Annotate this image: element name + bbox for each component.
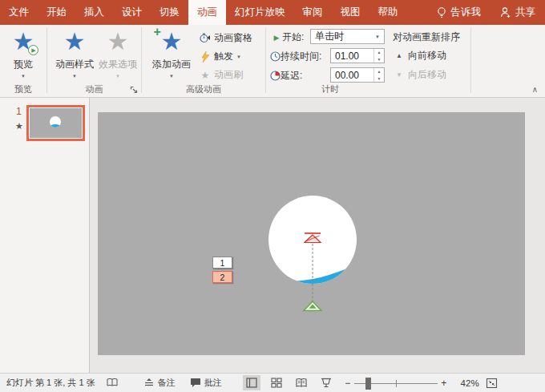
zoom-in-button[interactable]: + [439, 378, 449, 389]
effect-options-label: 效果选项 [99, 58, 137, 71]
animation-order-badge-1[interactable]: 1 [212, 257, 232, 269]
tell-me-button[interactable]: 告诉我 [426, 0, 491, 25]
delay-down-icon[interactable]: ▼ [374, 75, 384, 83]
tab-help[interactable]: 帮助 [369, 0, 407, 25]
group-preview: ★ ▶ 预览 ▼ 预览 [0, 25, 46, 97]
trigger-label: 触发 [214, 50, 233, 63]
group-label-animation: 动画 [47, 83, 141, 95]
comments-button[interactable]: 批注 [190, 377, 222, 389]
start-label: 开始: [282, 30, 304, 44]
fit-to-window-icon[interactable] [486, 378, 498, 389]
start-play-icon: ▶ [271, 32, 282, 43]
tab-insert[interactable]: 插入 [75, 0, 113, 25]
zoom-slider-midpoint [396, 380, 397, 387]
dialog-launcher-icon[interactable] [130, 86, 139, 95]
slide-thumbnail-panel: 1 ★ [0, 98, 90, 373]
slide-thumbnail-preview [30, 108, 82, 138]
tab-file[interactable]: 文件 [0, 0, 38, 25]
status-bar: 幻灯片 第 1 张, 共 1 张 备注 批注 [0, 373, 545, 392]
animation-painter-label: 动画刷 [214, 68, 243, 82]
animation-painter-button: ★ 动画刷 [200, 68, 243, 82]
plus-icon: + [154, 25, 161, 39]
delay-clock-icon [270, 71, 281, 81]
spell-check-icon [107, 378, 118, 388]
tab-home[interactable]: 开始 [38, 0, 75, 25]
zoom-slider[interactable] [354, 376, 438, 390]
start-dropdown-icon[interactable]: ▼ [375, 34, 384, 39]
animation-styles-button[interactable]: ★ 动画样式 ▼ [53, 26, 96, 79]
comments-icon [190, 378, 201, 388]
add-animation-button[interactable]: ★ + 添加动画 ▼ [150, 26, 193, 79]
zoom-level[interactable]: 42% [452, 378, 479, 388]
group-label-advanced-animation: 高级动画 [142, 83, 265, 95]
tab-view[interactable]: 视图 [332, 0, 369, 25]
slideshow-icon [321, 378, 332, 388]
reorder-animation-label: 对动画重新排序 [393, 30, 460, 44]
spell-check-button[interactable] [107, 378, 118, 388]
move-earlier-button[interactable]: ▲ 向前移动 [396, 49, 446, 63]
slide-sorter-view-button[interactable] [268, 375, 285, 390]
share-button[interactable]: 共享 [490, 0, 545, 25]
zoom-slider-handle[interactable] [365, 378, 371, 390]
duration-down-icon[interactable]: ▼ [374, 56, 384, 63]
ribbon: ★ ▶ 预览 ▼ 预览 ★ 动画样式 ▼ ★ 效果选项 ▼ 动画 [0, 25, 545, 98]
add-animation-star-icon: ★ [161, 27, 183, 56]
trigger-button[interactable]: 触发 ▼ [200, 50, 241, 63]
animation-pane-button[interactable]: 动画窗格 [200, 31, 252, 45]
delay-value: 00.00 [331, 68, 373, 82]
collapse-ribbon-button[interactable]: ∧ [532, 85, 538, 94]
move-later-icon: ▼ [396, 71, 402, 79]
group-separator [470, 27, 471, 93]
trigger-dropdown-icon[interactable]: ▼ [236, 55, 241, 59]
preview-label: 预览 [14, 58, 33, 71]
move-later-button: ▼ 向后移动 [396, 68, 446, 82]
notes-icon [143, 378, 155, 388]
animation-styles-label: 动画样式 [55, 58, 94, 71]
animation-pane-icon [200, 33, 211, 44]
start-select[interactable]: 单击时 ▼ [310, 29, 385, 44]
zoom-control: − + 42% [343, 376, 498, 390]
duration-up-icon[interactable]: ▲ [374, 49, 384, 56]
move-earlier-icon: ▲ [396, 52, 402, 59]
animation-indicator-star-icon[interactable]: ★ [15, 121, 23, 131]
notes-button[interactable]: 备注 [143, 377, 176, 389]
slide-canvas[interactable]: 1 2 [98, 112, 525, 355]
motion-path-start-marker[interactable] [304, 301, 321, 311]
delay-spinner[interactable]: 00.00 ▲ ▼ [330, 67, 385, 83]
animation-styles-dropdown-icon[interactable]: ▼ [72, 74, 77, 79]
duration-value: 01.00 [331, 49, 373, 63]
duration-label: 持续时间: [281, 50, 321, 63]
effect-options-button: ★ 效果选项 ▼ [96, 26, 139, 79]
tab-animations[interactable]: 动画 [188, 0, 226, 25]
reading-view-button[interactable] [293, 375, 310, 390]
tab-review[interactable]: 审阅 [294, 0, 332, 25]
ribbon-tab-bar: 文件 开始 插入 设计 切换 动画 幻灯片放映 审阅 视图 帮助 告诉我 共享 [0, 0, 545, 25]
slide-sorter-icon [271, 378, 282, 388]
play-icon: ▶ [28, 45, 38, 55]
animation-order-badge-2[interactable]: 2 [212, 271, 232, 283]
preview-dropdown-icon[interactable]: ▼ [21, 74, 26, 79]
slideshow-view-button[interactable] [317, 375, 335, 390]
slide-editor-area[interactable]: 1 2 [90, 98, 545, 373]
preview-button[interactable]: ★ ▶ 预览 ▼ [2, 26, 45, 79]
tab-design[interactable]: 设计 [113, 0, 151, 25]
slide-thumbnail[interactable] [26, 105, 85, 141]
add-animation-dropdown-icon[interactable]: ▼ [169, 74, 174, 79]
lightning-icon [201, 51, 210, 63]
effect-options-star-icon: ★ [107, 27, 129, 56]
tab-slideshow[interactable]: 幻灯片放映 [226, 0, 294, 25]
move-earlier-label: 向前移动 [408, 49, 446, 63]
tab-transitions[interactable]: 切换 [151, 0, 188, 25]
duration-spinner[interactable]: 01.00 ▲ ▼ [330, 48, 385, 63]
move-later-label: 向后移动 [408, 68, 446, 82]
animation-painter-icon: ★ [200, 70, 211, 81]
group-animation: ★ 动画样式 ▼ ★ 效果选项 ▼ 动画 [47, 25, 141, 97]
zoom-out-button[interactable]: − [343, 378, 353, 389]
group-advanced-animation: ★ + 添加动画 ▼ 动画窗格 触发 ▼ ★ 动画刷 高级动画 [142, 25, 265, 97]
animation-styles-star-icon: ★ [64, 27, 86, 56]
delay-up-icon[interactable]: ▲ [374, 68, 384, 75]
group-label-timing: 计时 [266, 83, 394, 95]
group-timing: ▶ 开始: 单击时 ▼ 持续时间: 01.00 ▲ ▼ 延迟: [266, 25, 471, 97]
effect-options-dropdown-icon: ▼ [115, 74, 120, 79]
normal-view-button[interactable] [243, 375, 260, 390]
